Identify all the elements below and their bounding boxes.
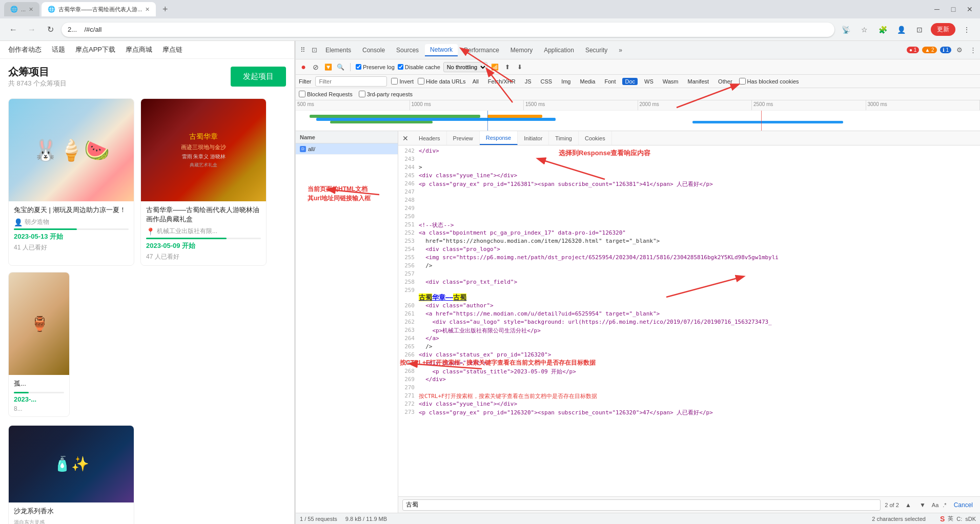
filter-doc[interactable]: Doc (622, 78, 638, 85)
line-number: 257 (400, 270, 419, 279)
blocked-requests-checkbox[interactable]: Blocked Requests (299, 91, 353, 97)
filter-img[interactable]: Img (559, 78, 573, 85)
extensions-icon[interactable]: 🧩 (875, 23, 890, 37)
filter-fetch[interactable]: Fetch/XHR (485, 78, 518, 85)
tab-inactive[interactable]: 🌐 ... ✕ (4, 2, 39, 16)
filter-ws[interactable]: WS (642, 78, 656, 85)
devtools-tab-console[interactable]: Console (357, 45, 390, 56)
export-button[interactable]: ⬇ (515, 62, 524, 72)
line-content: /> (419, 343, 433, 351)
tab-active[interactable]: 🌐 古蜀华章——古蜀绘画代表人游... ✕ (42, 2, 156, 16)
line-content: </div> (419, 148, 439, 156)
minimize-button[interactable]: ─ (931, 3, 943, 15)
tab-close-inactive[interactable]: ✕ (29, 6, 33, 13)
devtools-tab-sources[interactable]: Sources (391, 45, 424, 56)
search-regex-button[interactable]: .* (943, 502, 946, 508)
devtools-tab-more[interactable]: » (614, 45, 627, 56)
panel-tab-headers[interactable]: Headers (413, 131, 447, 145)
tab-bar: 🌐 ... ✕ 🌐 古蜀华章——古蜀绘画代表人游... ✕ + ─ □ ✕ (0, 0, 980, 18)
devtools-tab-network[interactable]: Network (425, 44, 458, 56)
filter-icon[interactable]: 🔽 (323, 62, 333, 72)
search-input-bottom[interactable] (402, 499, 881, 511)
devtools-tab-performance[interactable]: Performance (459, 45, 504, 56)
profile-icon[interactable]: 👤 (894, 23, 908, 37)
filter-media[interactable]: Media (577, 78, 598, 85)
filter-all[interactable]: All (470, 78, 481, 85)
start-project-button[interactable]: 发起项目 (231, 67, 286, 87)
code-line-264: 264 </a> (400, 335, 978, 343)
filter-input[interactable] (315, 76, 387, 87)
cast-icon[interactable]: 📡 (839, 23, 853, 37)
has-blocked-checkbox[interactable]: Has blocked cookies (739, 78, 799, 85)
hide-data-urls-checkbox[interactable]: Hide data URLs (418, 78, 466, 85)
devtools-tab-memory[interactable]: Memory (505, 45, 538, 56)
panel-tab-initiator[interactable]: Initiator (518, 131, 549, 145)
line-content: <p>机械工业出版社有限公司生活分社</p> (419, 327, 541, 335)
line-content: 古蜀华章——古蜀 (419, 287, 466, 302)
preserve-log-checkbox[interactable]: Preserve log (356, 64, 395, 70)
project-card-2[interactable]: 古蜀华章 画迹三坝地与金沙 雷雨 朱章义 游晓林 典藏艺术礼盒 古蜀华章——古蜀… (140, 98, 267, 266)
nav-app[interactable]: 摩点APP下载 (75, 45, 115, 54)
nav-topics[interactable]: 话题 (52, 45, 65, 54)
nav-creator[interactable]: 创作者动态 (8, 45, 42, 54)
close-button[interactable]: ✕ (964, 3, 976, 15)
tab-close-active[interactable]: ✕ (145, 6, 150, 13)
panel-tab-timing[interactable]: Timing (549, 131, 579, 145)
new-tab-button[interactable]: + (158, 2, 172, 16)
disable-cache-checkbox[interactable]: Disable cache (398, 64, 440, 70)
devtools-more-icon[interactable]: ⋮ (968, 45, 978, 55)
tab-favicon-active: 🌐 (48, 6, 55, 13)
search-prev-button[interactable]: ▲ (903, 500, 913, 510)
sidebar-toggle-icon[interactable]: ⊡ (912, 23, 927, 37)
code-line-245: 245<div class="yyue_line"></div> (400, 172, 978, 180)
devtools-settings-icon[interactable]: ⚙ (954, 45, 965, 55)
network-condition-icon[interactable]: 📶 (491, 62, 500, 72)
panel-tab-cookies[interactable]: Cookies (579, 131, 612, 145)
badge-blue: ℹ 1 (940, 47, 951, 53)
address-input[interactable] (62, 23, 834, 37)
card-author-1: 👤 朝夕造物 (14, 218, 129, 226)
invert-checkbox[interactable]: Invert (391, 78, 414, 85)
search-aa-button[interactable]: Aa (932, 502, 938, 508)
line-number: 264 (400, 335, 419, 343)
panel-tab-response[interactable]: Response (480, 131, 518, 145)
devtools-tab-application[interactable]: Application (539, 45, 579, 56)
forward-button[interactable]: → (25, 23, 39, 37)
devtools-tab-dock[interactable]: ⊡ (309, 45, 319, 55)
address-bar: ← → ↻ 📡 ☆ 🧩 👤 ⊡ 更新 ⋮ (0, 18, 980, 41)
response-content[interactable]: 242</div>243244>245<div class="yyue_line… (398, 145, 980, 496)
back-button[interactable]: ← (6, 23, 21, 37)
filter-wasm[interactable]: Wasm (660, 78, 681, 85)
panel-tab-close[interactable]: ✕ (398, 131, 413, 145)
throttling-select[interactable]: No throttling (443, 62, 487, 72)
bookmark-icon[interactable]: ☆ (857, 23, 871, 37)
import-button[interactable]: ⬆ (503, 62, 512, 72)
project-card-3[interactable]: 🏺 孤... 2023-... 8... (8, 272, 70, 416)
request-item-all[interactable]: D all/ (296, 143, 398, 155)
timeline-bars (296, 111, 980, 131)
devtools-tab-security[interactable]: Security (580, 45, 612, 56)
filter-js[interactable]: JS (522, 78, 534, 85)
project-card-1[interactable]: 🐰🍦🍉 兔宝的夏天 | 潮玩及周边助力凉一夏！ 👤 朝夕造物 2023-05-1… (8, 98, 134, 266)
search-icon[interactable]: 🔍 (336, 62, 345, 72)
menu-icon[interactable]: ⋮ (959, 23, 974, 37)
filter-other[interactable]: Other (716, 78, 735, 85)
nav-store[interactable]: 摩点商城 (126, 45, 152, 54)
refresh-button[interactable]: ↻ (43, 23, 57, 37)
search-next-button[interactable]: ▼ (917, 500, 928, 510)
filter-css[interactable]: CSS (538, 78, 555, 85)
record-button[interactable]: ● (299, 62, 308, 72)
devtools-tab-elements[interactable]: Elements (320, 45, 356, 56)
nav-chain[interactable]: 摩点链 (162, 45, 182, 54)
devtools-tab-drag[interactable]: ⠿ (298, 45, 308, 55)
panel-tab-preview[interactable]: Preview (447, 131, 480, 145)
search-cancel-button[interactable]: Cancel (951, 501, 976, 509)
restore-button[interactable]: □ (947, 3, 959, 15)
project-card-4[interactable]: 🧴✨ 沙龙系列香水 源自东方灵感 (8, 425, 134, 524)
update-button[interactable]: 更新 (931, 23, 955, 36)
filter-manifest[interactable]: Manifest (685, 78, 712, 85)
third-party-checkbox[interactable]: 3rd-party requests (359, 91, 413, 97)
filter-font[interactable]: Font (602, 78, 618, 85)
card-author-4: 源自东方灵感 (14, 519, 129, 524)
clear-button[interactable]: ⊘ (311, 62, 320, 72)
